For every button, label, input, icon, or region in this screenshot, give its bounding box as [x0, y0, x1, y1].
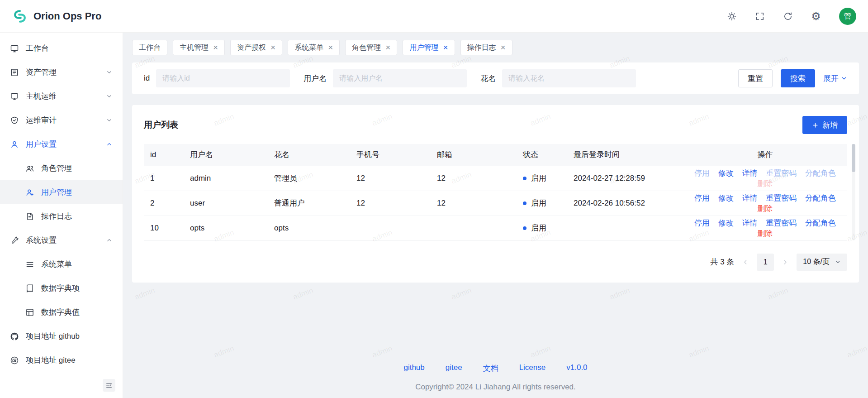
gitee-icon [10, 356, 19, 365]
action-assign-role: 分配角色 [805, 169, 836, 177]
sidebar-item-host-ops[interactable]: 主机运维 [0, 84, 123, 108]
search-actions: 重置 搜索 展开 [738, 69, 847, 87]
main-area: 工作台 主机管理 × 资产授权 × 系统菜单 × 角色管理 × [123, 33, 868, 398]
sidebar-subitem-dict-item[interactable]: 数据字典项 [0, 276, 123, 300]
action-reset-password: 重置密码 [766, 169, 797, 177]
tab-asset-auth[interactable]: 资产授权 × [230, 40, 282, 55]
cell-username: user [184, 191, 268, 216]
action-disable[interactable]: 停用 [694, 219, 710, 227]
footer-link-license[interactable]: License [519, 363, 546, 374]
chevron-down-icon [835, 259, 841, 265]
pagination-next-icon[interactable] [781, 258, 789, 266]
status-badge: 启用 [531, 223, 546, 233]
action-detail[interactable]: 详情 [742, 219, 758, 227]
action-disable[interactable]: 停用 [694, 194, 710, 202]
action-detail[interactable]: 详情 [742, 194, 758, 202]
action-reset-password[interactable]: 重置密码 [766, 194, 797, 202]
sidebar-item-ops-audit[interactable]: 运维审计 [0, 108, 123, 132]
sidebar-item-sys-settings[interactable]: 系统设置 [0, 228, 123, 252]
action-detail[interactable]: 详情 [742, 169, 758, 177]
table-header-row: id 用户名 花名 手机号 邮箱 状态 最后登录时间 操作 [144, 144, 847, 166]
nickname-input[interactable] [502, 69, 636, 87]
id-input[interactable] [156, 69, 290, 87]
tab-close-icon[interactable]: × [501, 43, 506, 52]
sidebar-item-workbench[interactable]: 工作台 [0, 36, 123, 60]
pagination-prev-icon[interactable] [741, 258, 749, 266]
action-edit[interactable]: 修改 [718, 169, 734, 177]
page-size-value: 10 条/页 [803, 257, 830, 267]
tab-sys-menu[interactable]: 系统菜单 × [288, 40, 340, 55]
settings-gear-icon[interactable]: ⚙ [811, 11, 821, 21]
sidebar-subitem-user-mgmt[interactable]: 用户管理 [0, 180, 123, 204]
collapse-menu-icon [105, 382, 113, 389]
action-edit[interactable]: 修改 [718, 194, 734, 202]
tab-user-mgmt[interactable]: 用户管理 × [403, 40, 455, 55]
footer-link-docs[interactable]: 文档 [483, 363, 498, 374]
tab-close-icon[interactable]: × [270, 43, 275, 52]
sidebar-subitem-role-mgmt[interactable]: 角色管理 [0, 156, 123, 180]
fullscreen-icon[interactable] [755, 11, 765, 21]
table-scrollbar [852, 144, 855, 240]
action-assign-role[interactable]: 分配角色 [805, 194, 836, 202]
user-icon [10, 140, 19, 149]
action-reset-password[interactable]: 重置密码 [766, 219, 797, 227]
sidebar-subitem-dict-value[interactable]: 数据字典值 [0, 300, 123, 324]
sidebar-item-user-settings[interactable]: 用户设置 [0, 132, 123, 156]
status-badge: 启用 [531, 198, 546, 208]
action-disable: 停用 [694, 169, 710, 177]
tab-close-icon[interactable]: × [213, 43, 218, 52]
sidebar-item-label: 用户设置 [26, 139, 57, 149]
refresh-icon[interactable] [783, 11, 793, 21]
footer-link-gitee[interactable]: gitee [446, 363, 462, 374]
theme-toggle-icon[interactable] [727, 11, 737, 21]
expand-toggle[interactable]: 展开 [823, 73, 847, 84]
cell-actions: 停用 修改 详情 重置密码 分配角色 删除 [683, 166, 847, 191]
copyright-text: Copyright© 2024 Li Jiahang All rights re… [123, 383, 868, 392]
tab-close-icon[interactable]: × [328, 43, 333, 52]
status-dot [523, 226, 526, 230]
cell-email: 12 [431, 166, 517, 191]
username-input[interactable] [333, 69, 467, 87]
tab-close-icon[interactable]: × [443, 43, 448, 52]
cell-id: 1 [144, 166, 184, 191]
cell-last-login [567, 216, 683, 240]
action-delete[interactable]: 删除 [758, 204, 773, 213]
tab-role-mgmt[interactable]: 角色管理 × [345, 40, 397, 55]
chevron-down-icon [841, 75, 847, 82]
asset-mgmt-icon [10, 68, 19, 77]
action-delete[interactable]: 删除 [758, 229, 773, 238]
cell-status: 启用 [517, 191, 567, 216]
tab-workbench[interactable]: 工作台 [132, 40, 167, 55]
tab-op-log[interactable]: 操作日志 × [460, 40, 512, 55]
status-badge: 启用 [531, 173, 546, 183]
sidebar-item-github[interactable]: 项目地址 github [0, 324, 123, 348]
sidebar-item-asset-mgmt[interactable]: 资产管理 [0, 60, 123, 84]
search-button[interactable]: 搜索 [781, 69, 815, 87]
user-table: id 用户名 花名 手机号 邮箱 状态 最后登录时间 操作 [144, 144, 847, 241]
sidebar-collapse-button[interactable] [103, 379, 115, 392]
tab-close-icon[interactable]: × [385, 43, 390, 52]
tab-host-mgmt[interactable]: 主机管理 × [173, 40, 225, 55]
sidebar-subitem-op-log[interactable]: 操作日志 [0, 204, 123, 228]
reset-button[interactable]: 重置 [738, 69, 773, 87]
sidebar-item-label: 运维审计 [26, 115, 57, 125]
table-row: 1 admin 管理员 12 12 启用 2024-02-27 12:28:59… [144, 166, 847, 191]
sidebar-subitem-sys-menu[interactable]: 系统菜单 [0, 252, 123, 276]
col-last-login: 最后登录时间 [567, 144, 683, 166]
chevron-down-icon [106, 117, 113, 124]
user-avatar[interactable]: 管 [839, 8, 856, 25]
cell-id: 10 [144, 216, 184, 240]
footer-link-github[interactable]: github [403, 363, 424, 374]
logo-icon [12, 8, 28, 24]
add-user-button[interactable]: 新增 [802, 116, 847, 134]
action-edit[interactable]: 修改 [718, 219, 734, 227]
pagination-page-1[interactable]: 1 [757, 254, 774, 271]
action-assign-role[interactable]: 分配角色 [805, 219, 836, 227]
page-size-select[interactable]: 10 条/页 [797, 254, 847, 271]
sidebar: 工作台 资产管理 主机运维 运维审计 [0, 33, 123, 398]
chevron-up-icon [106, 237, 113, 244]
document-icon [25, 212, 34, 221]
table-scrollbar-thumb[interactable] [852, 144, 855, 172]
sidebar-item-gitee[interactable]: 项目地址 gitee [0, 348, 123, 372]
footer-link-version[interactable]: v1.0.0 [566, 363, 587, 374]
